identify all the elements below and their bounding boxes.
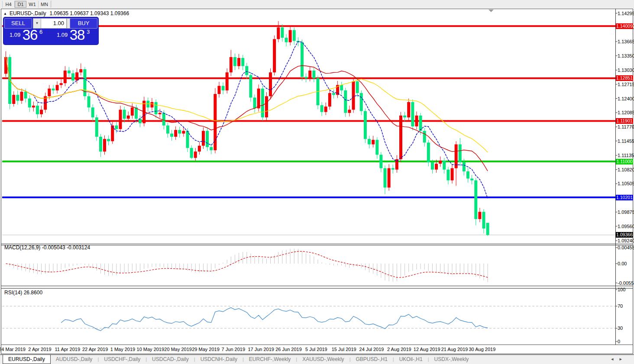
date-axis-label: 2 Apr 2019	[28, 347, 51, 352]
tab-audusd-daily[interactable]: AUDUSD-,Daily	[51, 355, 98, 364]
rsi-axis-label: 30	[618, 325, 623, 331]
sell-price-figure: 1.09	[10, 32, 20, 38]
date-axis-label: 2 Aug 2019	[387, 347, 411, 352]
tab-eurusd-daily[interactable]: EURUSD-,Daily	[3, 355, 51, 364]
chart-window-frame	[1, 9, 633, 354]
price-axis-label: 1.09875	[618, 209, 634, 215]
price-axis-label: 1.13030	[618, 68, 634, 73]
one-click-trading-panel: SELL ▼ 1.00 ▲ BUY 1.09 36 6 1.09 38 3	[3, 17, 98, 45]
level-price-tag: 1.11901	[616, 118, 633, 124]
tab-nav-arrows[interactable]: ◂▸	[611, 356, 628, 362]
tab-ukoil-h1[interactable]: UKOil-,H1	[394, 355, 428, 364]
macd-axis-label: -0.0055	[618, 280, 634, 286]
sell-price-pips: 36	[23, 27, 38, 43]
tab-xauusd-weekly[interactable]: XAUUSD-,Weekly	[297, 355, 349, 364]
macd-label: MACD(12,26,9) -0.005043 -0.003124	[4, 245, 90, 251]
chart-ohlc-values: 1.09635 1.09637 1.09343 1.09366	[50, 10, 129, 16]
date-axis-label: 24 Jul 2019	[359, 347, 384, 352]
date-axis-label: 11 Apr 2019	[55, 347, 81, 352]
chart-symbol-title: EURUSD-,Daily	[10, 10, 46, 16]
level-price-tag: 1.12851	[616, 75, 633, 81]
level-price-tag: 1.10201	[616, 195, 633, 200]
price-axis-label: 1.09560	[618, 224, 634, 229]
price-axis-label: 1.13350	[618, 53, 634, 58]
price-axis-label: 1.11455	[618, 139, 634, 144]
current-price-tag: 1.09366	[616, 232, 633, 238]
date-axis-label: 26 Jun 2019	[275, 347, 302, 352]
tab-gbpusd-h1[interactable]: GBPUSD-,H1	[350, 355, 392, 364]
date-axis-label: 24 Mar 2019	[0, 347, 26, 352]
rsi-axis-label: 70	[618, 303, 623, 309]
price-axis-label: 1.10820	[618, 167, 634, 172]
rsi-axis-label: 100	[618, 287, 625, 292]
price-axis-label: 1.09240	[618, 238, 634, 243]
date-axis-label: 7 Jun 2019	[222, 347, 245, 352]
macd-axis-label: 0.00455	[618, 245, 634, 250]
rsi-axis-label: 0	[618, 339, 620, 344]
date-axis-label: 17 Jun 2019	[248, 347, 274, 352]
symbol-tab-bar: EURUSD-,DailyAUDUSD-,Daily|USDCHF-,Daily…	[0, 354, 634, 364]
rsi-label: RSI(14) 26.8600	[4, 290, 42, 296]
date-axis-label: 22 Apr 2019	[82, 347, 108, 352]
price-axis-label: 1.12400	[618, 96, 634, 101]
tab-usdcad-daily[interactable]: USDCAD-,Daily	[147, 355, 194, 364]
date-axis-label: 15 Jul 2019	[332, 347, 356, 352]
panel-collapse-icon[interactable]: ▲	[3, 12, 7, 16]
price-axis-label: 1.12085	[618, 110, 634, 115]
tab-usdchf-daily[interactable]: USDCHF-,Daily	[99, 355, 146, 364]
level-price-tag: 1.11000	[616, 159, 633, 164]
date-axis-label: 10 May 2019	[137, 347, 165, 352]
chart-canvas[interactable]	[0, 0, 634, 364]
buy-price-point: 3	[87, 29, 90, 35]
buy-price[interactable]: 1.09 38 3	[52, 29, 97, 44]
date-axis-label: 1 May 2019	[110, 347, 135, 352]
tab-eurchf-weekly[interactable]: EURCHF-,Weekly	[244, 355, 296, 364]
date-axis-label: 5 Jul 2019	[305, 347, 327, 352]
level-price-tag: 1.14009	[616, 23, 633, 29]
buy-price-pips: 38	[70, 27, 85, 43]
buy-price-figure: 1.09	[57, 32, 68, 38]
price-axis-label: 1.11770	[618, 124, 634, 129]
tab-usdx-weekly[interactable]: USDX-,Weekly	[429, 355, 474, 364]
price-axis-label: 1.11135	[618, 153, 634, 158]
mt4-window: H4D1W1MN ▲EURUSD-,Daily1.09635 1.09637 1…	[0, 0, 634, 364]
sell-price-point: 6	[39, 29, 42, 35]
price-axis-label: 1.12715	[618, 82, 634, 87]
price-axis-label: 1.10505	[618, 181, 634, 186]
date-axis-label: 20 May 2019	[164, 347, 192, 352]
date-axis-label: 21 Aug 2019	[441, 347, 468, 352]
price-axis-label: 1.13665	[618, 39, 634, 44]
macd-axis-label: 0.00	[618, 261, 627, 266]
date-axis-label: 29 May 2019	[192, 347, 220, 352]
date-axis-label: 12 Aug 2019	[414, 347, 440, 352]
date-axis-label: 30 Aug 2019	[469, 347, 495, 352]
tab-nav-left-icon[interactable]: ◂	[611, 356, 620, 361]
price-axis-label: 1.14295	[618, 11, 634, 16]
chart-title: ▲EURUSD-,Daily1.09635 1.09637 1.09343 1.…	[3, 10, 129, 16]
tab-usdcnh-daily[interactable]: USDCNH-,Daily	[195, 355, 243, 364]
sell-price[interactable]: 1.09 36 6	[4, 29, 50, 44]
tab-nav-right-icon[interactable]: ▸	[619, 356, 628, 361]
